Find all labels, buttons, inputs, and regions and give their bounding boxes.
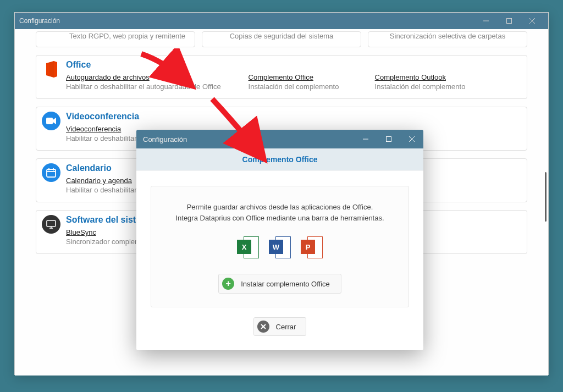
link-desc: Instalación del complemento — [249, 82, 347, 91]
annotation-arrow-1 — [136, 48, 196, 92]
dialog-maximize-button[interactable] — [377, 130, 400, 148]
window-title: Configuración — [19, 17, 474, 25]
stub-text: Texto RGPD, web propia y remitente — [42, 32, 189, 40]
card-title: Office — [66, 60, 521, 70]
maximize-button[interactable] — [498, 13, 521, 29]
link-title: Complemento Office — [249, 73, 347, 81]
svg-rect-4 — [46, 118, 53, 124]
link-desc: Instalación del complemento — [375, 82, 474, 91]
office-icon — [42, 60, 60, 79]
titlebar[interactable]: Configuración — [15, 13, 548, 29]
minimize-button[interactable] — [474, 13, 498, 29]
excel-icon: X — [237, 236, 259, 258]
close-icon — [257, 321, 269, 333]
close-dialog-button[interactable]: Cerrar — [253, 317, 307, 336]
install-button-label: Instalar complemento Office — [241, 280, 330, 288]
stub-text: Sincronización selectiva de carpetas — [374, 32, 521, 40]
plus-icon: + — [222, 278, 234, 290]
dialog-window: Configuración Complemento Office Permite… — [136, 130, 423, 350]
install-button[interactable]: + Instalar complemento Office — [218, 274, 341, 294]
dialog-header: Complemento Office — [136, 148, 423, 170]
svg-rect-1 — [507, 19, 512, 24]
powerpoint-icon: P — [301, 236, 323, 258]
stub-text: Copias de seguridad del sistema — [208, 32, 355, 40]
close-button-label: Cerrar — [276, 323, 296, 331]
svg-rect-9 — [47, 220, 56, 227]
link-title: Complemento Outlook — [375, 73, 474, 81]
monitor-icon — [42, 215, 60, 234]
svg-rect-5 — [47, 169, 56, 177]
word-icon: W — [269, 236, 291, 258]
dialog-window-controls — [354, 130, 423, 148]
stub-card: Copias de seguridad del sistema — [202, 31, 361, 47]
office-complement-link[interactable]: Complemento Office Instalación del compl… — [249, 73, 347, 91]
close-button[interactable] — [521, 13, 544, 29]
annotation-arrow-2 — [206, 93, 272, 165]
dialog-minimize-button[interactable] — [354, 130, 377, 148]
window-controls — [474, 13, 544, 29]
dialog-description: Permite guardar archivos desde las aplic… — [175, 202, 384, 223]
video-icon — [42, 112, 60, 130]
svg-rect-13 — [387, 137, 391, 142]
office-app-icons: X W P — [237, 236, 323, 258]
dialog-panel: Permite guardar archivos desde las aplic… — [151, 186, 409, 307]
scrollbar-thumb[interactable] — [545, 172, 547, 222]
outlook-complement-link[interactable]: Complemento Outlook Instalación del comp… — [375, 73, 474, 91]
dialog-titlebar[interactable]: Configuración — [136, 130, 423, 148]
card-title: Videoconferencia — [66, 112, 521, 122]
stub-card: Sincronización selectiva de carpetas — [368, 31, 527, 47]
dialog-close-button[interactable] — [400, 130, 423, 148]
calendar-icon — [42, 163, 60, 182]
stub-card: Texto RGPD, web propia y remitente — [36, 31, 195, 47]
stub-row: Texto RGPD, web propia y remitente Copia… — [36, 31, 527, 47]
dialog-body: Permite guardar archivos desde las aplic… — [136, 170, 423, 350]
card-office: Office Autoguardado de archivos Habilita… — [36, 55, 527, 99]
